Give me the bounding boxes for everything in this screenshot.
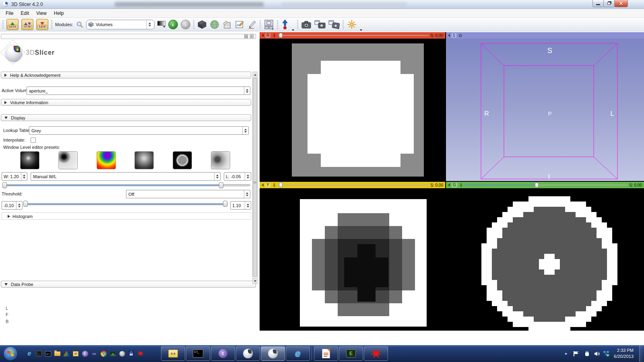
preset-ct-air[interactable] (58, 151, 78, 169)
show-desktop-button[interactable] (639, 345, 644, 362)
emacs-icon[interactable]: ε (81, 350, 89, 357)
gray-sphere-icon[interactable] (118, 350, 126, 357)
green-slider-handle[interactable] (535, 183, 539, 187)
panel-float-button[interactable]: ⧉ (244, 35, 248, 38)
action-center-flag-icon[interactable] (573, 350, 579, 357)
collapse-view-icon[interactable] (262, 34, 264, 37)
close-button[interactable]: ✕ (614, 0, 628, 7)
preset-ct-bone[interactable] (20, 151, 39, 169)
scroll-down-button[interactable] (253, 278, 257, 284)
ie-icon[interactable]: e (26, 350, 33, 357)
pushpin-icon[interactable] (272, 183, 277, 187)
toolbar-grip[interactable] (2, 20, 4, 29)
taskbar-window-libreoffice[interactable] (314, 346, 338, 361)
spin-arrows[interactable] (16, 202, 22, 209)
toolbar-grip[interactable] (260, 20, 261, 29)
menu-view[interactable]: View (33, 10, 50, 17)
spin-arrows[interactable] (245, 202, 251, 209)
threshold-range-slider[interactable] (25, 203, 228, 205)
green-slice-slider[interactable] (465, 183, 628, 187)
yellow-slice-slider[interactable] (278, 183, 429, 187)
combo-spinner[interactable] (242, 127, 248, 134)
spin-arrows[interactable] (245, 173, 251, 180)
red-viewer-label[interactable]: R (265, 33, 270, 38)
preset-pet-rainbow[interactable] (97, 151, 116, 169)
threshold-handle-max[interactable] (223, 201, 227, 207)
forward-arrow-button[interactable]: › (181, 20, 190, 29)
active-volume-combobox[interactable]: aperture_ (27, 86, 250, 95)
taskbar-clock[interactable]: 2:33 PM 6/20/2013 (598, 348, 634, 360)
toolbar-grip[interactable] (277, 20, 278, 29)
collapse-view-icon[interactable] (262, 183, 264, 187)
scene-snapshot-icon[interactable] (314, 20, 326, 29)
annotate-pen-icon[interactable] (247, 20, 257, 29)
preset-ct-brain[interactable] (173, 151, 192, 169)
wl-range-slider[interactable] (2, 184, 250, 186)
section-histogram[interactable]: Histogram (2, 212, 251, 220)
chrome-icon[interactable] (100, 350, 107, 357)
module-search-icon[interactable] (76, 21, 83, 28)
toolbar-grip[interactable] (51, 20, 52, 29)
toolbar-grip[interactable] (343, 20, 344, 29)
pushpin-icon[interactable] (272, 33, 277, 38)
view-options-gear-icon[interactable] (458, 33, 462, 38)
prism-icon[interactable] (63, 350, 70, 357)
back-arrow-button[interactable]: ‹ (168, 20, 178, 29)
threeD-viewer-label[interactable]: 1 (452, 33, 456, 38)
load-data-button[interactable]: DATA (6, 19, 19, 30)
scroll-up-button[interactable] (253, 72, 257, 78)
yellow-slice-image[interactable] (260, 188, 445, 331)
save-button[interactable]: SAVE (36, 19, 48, 30)
combo-spinner[interactable] (214, 173, 220, 180)
pushpin-icon[interactable] (459, 183, 463, 187)
taskbar-window-slicer[interactable] (236, 346, 260, 361)
red-splat-icon[interactable] (137, 350, 144, 357)
taskbar-window-cmd[interactable]: C:\_ (186, 346, 210, 361)
minimize-button[interactable] (592, 0, 604, 7)
preset-ct-abdomen[interactable] (134, 151, 154, 169)
infinity-icon[interactable]: ∞ (91, 350, 98, 357)
restore-button[interactable] (603, 0, 615, 7)
editor-chart-icon[interactable] (235, 20, 244, 29)
spin-arrows[interactable] (21, 173, 27, 180)
module-combo-spinner[interactable] (147, 20, 153, 29)
module-history-swatch[interactable] (157, 21, 165, 26)
red-slider-handle[interactable] (279, 33, 283, 38)
volume-cube-icon[interactable] (197, 20, 207, 29)
section-volume-information[interactable]: Volume Information (1, 99, 251, 106)
red-slice-image[interactable] (260, 39, 445, 181)
taskbar-window-slicer-active[interactable] (261, 346, 285, 361)
fiducial-dropdown-icon[interactable] (292, 29, 294, 31)
image-viewer-icon[interactable] (109, 350, 116, 357)
taskbar-window-panel-plus[interactable]: ++ (161, 346, 185, 361)
green-viewer-label[interactable]: G (452, 183, 457, 187)
lock-icon[interactable] (128, 350, 135, 357)
taskbar-window-ie[interactable]: e (286, 346, 310, 361)
lookup-table-combobox[interactable]: Grey (29, 126, 249, 135)
scene-restore-icon[interactable] (328, 20, 340, 29)
notes-icon[interactable]: ⇄ (72, 350, 79, 357)
wl-slider-handle-max[interactable] (219, 182, 223, 188)
combo-spinner[interactable] (244, 87, 250, 95)
preset-ct-lung[interactable] (211, 151, 230, 169)
threshold-handle-min[interactable] (23, 201, 28, 207)
fiducial-icon[interactable] (281, 19, 289, 30)
show-hidden-icon[interactable] (563, 350, 569, 357)
section-display[interactable]: Display (1, 114, 251, 121)
red-slice-slider[interactable] (278, 34, 429, 37)
layout-icon[interactable] (264, 19, 274, 30)
threshold-mode-combobox[interactable]: Off (126, 190, 250, 198)
scrollbar-thumb[interactable] (253, 78, 257, 277)
models-sphere-icon[interactable] (210, 20, 219, 29)
crosshair-dropdown-icon[interactable] (360, 29, 362, 31)
taskbar-window-red-splat[interactable] (364, 346, 388, 361)
power-plug-icon[interactable] (584, 350, 590, 357)
menu-help[interactable]: Help (51, 10, 67, 17)
collapse-view-icon[interactable] (448, 183, 450, 187)
screenshot-camera-icon[interactable] (301, 20, 312, 29)
wl-slider-handle-min[interactable] (2, 182, 7, 188)
module-selector-combobox[interactable]: Volumes (86, 20, 155, 29)
toolbar-grip[interactable] (193, 20, 194, 29)
section-help-acknowledgement[interactable]: Help & Acknowledgement (1, 72, 251, 78)
collapse-view-icon[interactable] (448, 34, 450, 37)
